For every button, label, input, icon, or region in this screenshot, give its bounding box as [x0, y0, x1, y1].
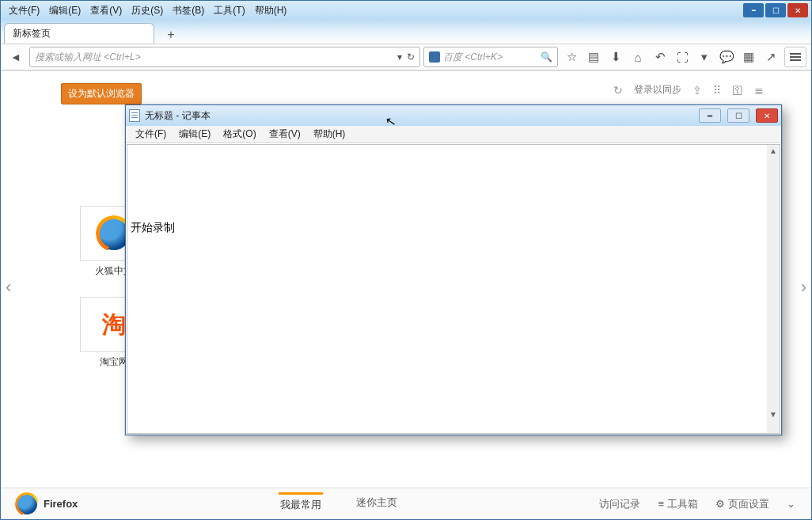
list-icon[interactable]: ≣ [754, 84, 764, 97]
searchbar-placeholder: 百度 <Ctrl+K> [443, 51, 503, 64]
firefox-menubar: 文件(F) 编辑(E) 查看(V) 历史(S) 书签(B) 工具(T) 帮助(H… [1, 1, 811, 20]
set-default-browser-button[interactable]: 设为默认浏览器 [61, 83, 142, 104]
menu-edit[interactable]: 编辑(E) [44, 2, 85, 19]
nav-toolbar: ◄ 搜索或输入网址 <Ctrl+L> ▾ ↻ 百度 <Ctrl+K> 🔍 ☆ ▤… [1, 44, 811, 70]
urlbar-placeholder: 搜索或输入网址 <Ctrl+L> [35, 51, 141, 64]
sync-icon[interactable]: ↻ [613, 84, 623, 97]
history-link[interactable]: 访问记录 [599, 497, 640, 511]
notepad-icon [129, 109, 140, 122]
notepad-minimize-button[interactable]: ━ [699, 108, 721, 123]
notepad-title: 无标题 - 记事本 [145, 109, 211, 123]
bottom-tab-frequent[interactable]: 我最常用 [279, 492, 323, 515]
next-page-arrow[interactable]: › [801, 277, 806, 298]
menu-view[interactable]: 查看(V) [85, 2, 127, 19]
np-menu-format[interactable]: 格式(O) [217, 126, 262, 142]
bottom-right: 访问记录 ≡工具箱 ⚙页面设置 ⌄ [599, 497, 795, 511]
menu-bookmarks[interactable]: 书签(B) [168, 2, 209, 19]
hamburger-menu[interactable] [784, 47, 806, 67]
scrollbar-vertical[interactable]: ▲ ▼ [767, 145, 780, 420]
menu-history[interactable]: 历史(S) [127, 2, 168, 19]
scroll-up-icon[interactable]: ▲ [769, 146, 777, 155]
more-icon[interactable]: ▾ [694, 47, 715, 67]
sync-login-link[interactable]: 登录以同步 [634, 83, 681, 97]
tile-label: 淘宝网 [100, 356, 128, 367]
notepad-close-button[interactable]: ✕ [756, 108, 778, 123]
search-bar[interactable]: 百度 <Ctrl+K> 🔍 [423, 47, 558, 67]
sync-login-area: ↻ 登录以同步 ⇪ ⠿ ⚿ ≣ [613, 83, 764, 97]
np-menu-view[interactable]: 查看(V) [263, 126, 307, 142]
brand-label: Firefox [44, 498, 78, 510]
toolbar-icons: ☆ ▤ ⬇ ⌂ ↶ ⛶ ▾ 💬 ▦ ↗ [561, 47, 781, 67]
gear-icon: ⚙ [715, 498, 725, 510]
share-small-icon[interactable]: ⇪ [692, 84, 702, 97]
menu-tools[interactable]: 工具(T) [209, 2, 249, 19]
prev-page-arrow[interactable]: ‹ [6, 277, 11, 298]
note-icon[interactable]: ▦ [738, 47, 759, 67]
taobao-logo-icon: 淘 [102, 309, 126, 341]
menu-help[interactable]: 帮助(H) [250, 2, 292, 19]
brand: Firefox [17, 494, 78, 514]
notepad-maximize-button[interactable]: ☐ [727, 108, 749, 123]
toolbox-link[interactable]: ≡工具箱 [658, 497, 698, 511]
tab-label: 新标签页 [13, 27, 51, 40]
share-icon[interactable]: ↗ [761, 47, 781, 67]
notepad-content: 开始录制 [131, 221, 175, 235]
page-settings-link[interactable]: ⚙页面设置 [715, 497, 769, 511]
tab-newtab[interactable]: 新标签页 [4, 23, 154, 44]
notepad-window: 无标题 - 记事本 ━ ☐ ✕ 文件(F) 编辑(E) 格式(O) 查看(V) … [125, 104, 782, 435]
new-tab-button[interactable]: + [162, 26, 180, 44]
tab-strip: 新标签页 + [1, 20, 811, 44]
close-button[interactable] [787, 3, 808, 17]
collapse-icon[interactable]: ⌄ [787, 498, 795, 510]
maximize-button[interactable] [765, 3, 786, 17]
back-button[interactable]: ◄ [6, 47, 26, 67]
chat-icon[interactable]: 💬 [716, 47, 737, 67]
np-menu-help[interactable]: 帮助(H) [307, 126, 352, 142]
dropdown-icon[interactable]: ▾ [397, 51, 402, 63]
search-icon[interactable]: 🔍 [541, 51, 552, 63]
np-menu-file[interactable]: 文件(F) [129, 126, 173, 142]
menu-file[interactable]: 文件(F) [4, 2, 44, 19]
reload-icon[interactable]: ↻ [407, 51, 415, 63]
firefox-logo-icon [17, 494, 37, 514]
scroll-corner [767, 420, 780, 433]
key-icon[interactable]: ⚿ [732, 84, 743, 97]
bottom-bar: Firefox 我最常用 迷你主页 访问记录 ≡工具箱 ⚙页面设置 ⌄ [1, 488, 811, 519]
reader-icon[interactable]: ▤ [583, 47, 604, 67]
screenshot-icon[interactable]: ⛶ [672, 47, 692, 67]
np-menu-edit[interactable]: 编辑(E) [173, 126, 217, 142]
bottom-tabs: 我最常用 迷你主页 [93, 492, 583, 515]
undo-icon[interactable]: ↶ [650, 47, 670, 67]
toolbox-icon: ≡ [658, 498, 664, 510]
scroll-down-icon[interactable]: ▼ [769, 410, 777, 419]
notepad-titlebar[interactable]: 无标题 - 记事本 ━ ☐ ✕ [126, 105, 781, 126]
bookmark-star-icon[interactable]: ☆ [561, 47, 582, 67]
downloads-icon[interactable]: ⬇ [605, 47, 626, 67]
bottom-tab-minihome[interactable]: 迷你主页 [355, 492, 399, 515]
grid-icon[interactable]: ⠿ [713, 84, 721, 97]
url-bar[interactable]: 搜索或输入网址 <Ctrl+L> ▾ ↻ [29, 47, 420, 67]
minimize-button[interactable] [743, 3, 764, 17]
notepad-text-area[interactable]: 开始录制 ▲ ▼ [127, 144, 780, 434]
home-icon[interactable]: ⌂ [628, 47, 648, 67]
search-engine-icon[interactable] [429, 51, 440, 63]
notepad-menubar: 文件(F) 编辑(E) 格式(O) 查看(V) 帮助(H) [126, 126, 781, 143]
